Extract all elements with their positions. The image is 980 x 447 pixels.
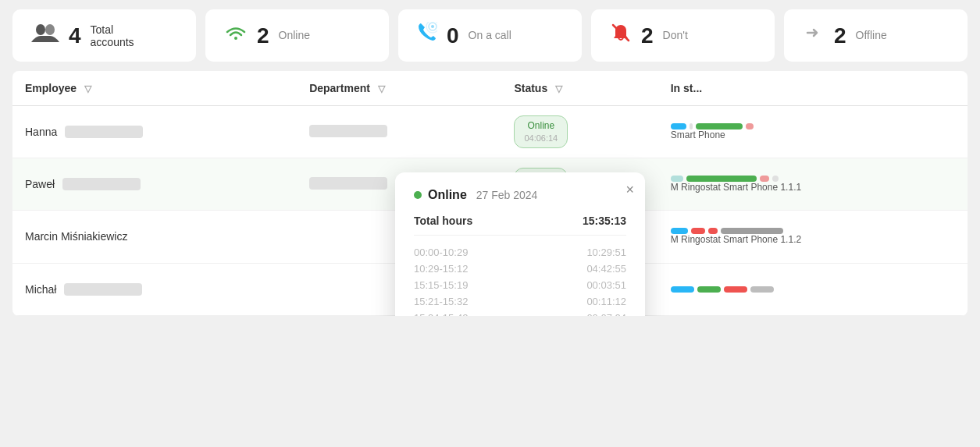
bar-segment [721,228,783,234]
time-range: 15:34-15:42 [414,312,468,316]
stat-card-total-accounts[interactable]: 4 Total accounts [12,9,196,62]
status-filter-icon[interactable]: ▽ [555,83,562,94]
bar-segment [697,286,721,293]
in-status-cell: M Ringostat Smart Phone 1.1.1 [658,158,968,211]
total-accounts-label2: accounts [91,36,134,48]
employee-filter-icon[interactable]: ▽ [84,83,91,94]
online-number: 2 [257,23,269,48]
time-range: 10:29-15:12 [414,263,468,275]
bar-segment [691,228,705,234]
popup-date: 27 Feb 2024 [476,189,538,201]
svg-point-0 [36,24,45,35]
department-blur [309,177,387,190]
stat-card-offline[interactable]: 2 Offline [784,9,968,62]
table-header-row: Employee ▽ Department ▽ Status ▽ In st..… [12,71,968,106]
status-popup: × Online 27 Feb 2024 Total hours 15:35:1… [395,172,645,316]
in-status-cell: M Ringostat Smart Phone 1.1.2 [658,211,968,263]
total-accounts-number: 4 [69,23,81,48]
bell-off-icon [610,22,632,49]
name-blur [62,178,141,190]
name-blur [64,283,142,296]
col-department: Department ▽ [297,71,501,106]
table-row[interactable]: HannaOnline04:06:14Smart Phone [12,106,968,158]
popup-close-button[interactable]: × [625,182,634,198]
popup-time-row: 10:29-15:1204:42:55 [414,263,626,275]
time-value: 00:03:51 [586,279,626,291]
popup-total-value: 15:35:13 [583,215,626,227]
employee-name-cell: Hanna [12,106,297,158]
employee-name: Hanna [25,126,57,138]
popup-status-label: Online [428,188,467,202]
status-cell[interactable]: Online04:06:14 [501,106,657,158]
in-status-cell [658,263,968,315]
bar-segment [671,176,683,182]
bar-segment [750,286,774,293]
device-label: M Ringostat Smart Phone 1.1.1 [671,182,955,193]
employee-name: Marcin Miśniakiewicz [25,230,127,243]
bar-segment [690,123,693,129]
online-label: Online [279,28,310,42]
stat-card-online[interactable]: 2 Online [205,9,389,62]
department-cell [297,106,501,158]
people-icon [31,22,59,49]
bar-segment [671,228,688,234]
department-filter-icon[interactable]: ▽ [378,83,385,94]
status-badge: Online04:06:14 [514,115,568,148]
employee-name-cell: Michał [12,263,297,315]
employees-table-container: Employee ▽ Department ▽ Status ▽ In st..… [12,71,968,316]
bar-segment [671,286,694,293]
bar-segment [760,176,769,182]
popup-time-row: 15:21-15:3200:11:12 [414,296,626,307]
time-value: 00:07:24 [586,312,626,316]
bar-segment [696,123,743,129]
offline-number: 2 [834,23,846,48]
bar-segment [671,123,686,129]
department-blur [309,125,387,137]
col-employee: Employee ▽ [12,71,297,106]
time-range: 15:15-15:19 [414,279,468,291]
employee-name-cell: Paweł [12,158,297,211]
name-blur [65,126,143,138]
on-a-call-label: On a call [469,28,511,42]
device-label: Smart Phone [671,129,955,140]
bar-segment [686,176,757,182]
device-label: M Ringostat Smart Phone 1.1.2 [671,234,955,245]
phone-icon [417,22,437,49]
time-value: 00:11:12 [586,296,626,307]
popup-total-row: Total hours 15:35:13 [414,215,626,236]
dont-disturb-number: 2 [641,23,654,48]
employee-name-cell: Marcin Miśniakiewicz [12,211,297,263]
bar-segment [746,123,754,129]
time-value: 04:42:55 [586,263,626,275]
on-a-call-number: 0 [447,23,459,48]
time-range: 15:21-15:32 [414,296,468,307]
wifi-icon [224,23,248,48]
bar-segment [724,286,747,293]
popup-time-row: 00:00-10:2910:29:51 [414,247,626,258]
stat-card-on-a-call[interactable]: 0 On a call [398,9,582,62]
bar-segment [708,228,718,234]
stat-card-dont-disturb[interactable]: 2 Don't [591,9,775,62]
svg-point-1 [45,24,55,35]
employee-name: Paweł [25,178,55,190]
in-status-cell: Smart Phone [658,106,968,158]
offline-icon [803,22,825,49]
stats-bar: 4 Total accounts 2 Online [0,0,980,71]
col-status: Status ▽ [501,71,657,106]
popup-header: Online 27 Feb 2024 [414,188,626,202]
time-range: 00:00-10:29 [414,247,468,258]
online-status-dot [414,191,422,199]
svg-point-2 [431,25,434,28]
popup-total-label: Total hours [414,215,472,227]
employee-name: Michał [25,283,56,296]
total-accounts-label1: Total [91,23,134,36]
offline-label: Offline [856,28,887,42]
col-in-status: In st... [658,71,968,106]
time-value: 10:29:51 [586,247,626,258]
popup-time-row: 15:34-15:4200:07:24 [414,312,626,316]
popup-time-row: 15:15-15:1900:03:51 [414,279,626,291]
popup-card: × Online 27 Feb 2024 Total hours 15:35:1… [395,172,645,316]
bar-segment [772,176,779,182]
dont-disturb-label: Don't [663,28,688,42]
